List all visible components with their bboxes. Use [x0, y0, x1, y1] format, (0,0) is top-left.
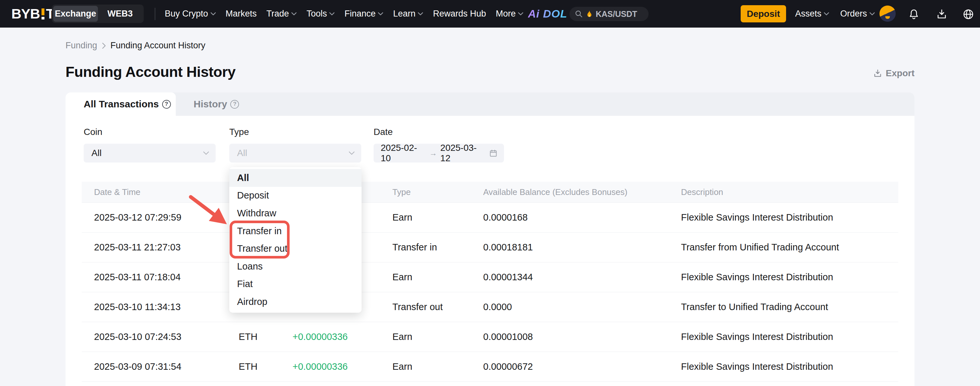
- date-start: 2025-02-10: [381, 143, 426, 163]
- type-dropdown-option[interactable]: Loans: [229, 258, 361, 275]
- nav-menu-item[interactable]: Finance: [344, 9, 383, 19]
- top-navigation-bar: BYB T Exchange WEB3 Buy Crypto Markets: [0, 0, 980, 27]
- table-header-cell: Available Balance (Excludes Bonuses): [483, 187, 681, 197]
- chevron-down-icon: [203, 151, 209, 155]
- info-icon[interactable]: [162, 100, 171, 108]
- cell-amount: +0.00000336: [293, 361, 392, 372]
- search-trading-pair: KAS/USDT: [596, 10, 637, 19]
- nav-menu-item[interactable]: Markets: [226, 9, 257, 19]
- nav-menu-item[interactable]: Trade: [267, 9, 297, 19]
- table-row: 2025-03-11 21:27:03 Transfer in 0.000181…: [82, 233, 898, 262]
- calendar-icon: [489, 149, 498, 158]
- chevron-down-icon: [824, 12, 829, 16]
- nav-menu-item[interactable]: Buy Crypto: [165, 9, 216, 19]
- account-nav-item[interactable]: Orders: [840, 9, 875, 19]
- bybit-logo[interactable]: BYB T: [11, 0, 54, 27]
- nav-menu-item-label: Rewards Hub: [433, 9, 486, 19]
- notifications-bell-icon[interactable]: [908, 8, 920, 20]
- annotation-highlight-box: [230, 220, 290, 258]
- deposit-button[interactable]: Deposit: [741, 5, 786, 22]
- user-avatar[interactable]: [880, 5, 896, 22]
- date-range-picker[interactable]: 2025-02-10 → 2025-03-12: [374, 144, 504, 163]
- cell-description: Transfer from Unified Trading Account: [681, 242, 898, 253]
- nav-divider: [155, 8, 155, 20]
- tab-all-transactions[interactable]: All Transactions: [65, 93, 176, 116]
- cell-coin: ETH: [239, 361, 293, 372]
- bybit-logo-text-prefix: BYB: [11, 6, 40, 22]
- flame-icon: [586, 10, 593, 18]
- type-dropdown-option[interactable]: Airdrop: [229, 293, 361, 311]
- breadcrumb-parent-link[interactable]: Funding: [65, 41, 97, 51]
- type-dropdown-option-label: Deposit: [237, 190, 269, 201]
- cell-type: Earn: [392, 332, 483, 342]
- tab-history[interactable]: History: [194, 93, 239, 116]
- page-title: Funding Account History: [65, 64, 235, 80]
- type-dropdown-option[interactable]: Withdraw: [229, 204, 361, 222]
- chevron-down-icon: [329, 12, 335, 16]
- table-row: 2025-03-11 07:18:04 Earn 0.00001344 Flex…: [82, 262, 898, 292]
- cell-description: Flexible Savings Interest Distribution: [681, 212, 898, 223]
- type-dropdown-option-label: Airdrop: [237, 297, 267, 307]
- toggle-exchange[interactable]: Exchange: [53, 6, 98, 22]
- account-nav-menu: Assets Orders: [795, 0, 875, 27]
- nav-menu-item[interactable]: Tools: [307, 9, 335, 19]
- nav-menu-item-label: Tools: [307, 9, 327, 19]
- search-pill[interactable]: KAS/USDT: [570, 7, 649, 21]
- main-nav-menu: Buy Crypto Markets Trade Tools: [165, 0, 523, 27]
- cell-balance: 0.0000168: [483, 212, 681, 223]
- type-dropdown-option[interactable]: Fiat: [229, 275, 361, 293]
- type-dropdown-option[interactable]: All: [229, 169, 361, 187]
- cell-balance: 0.00018181: [483, 242, 681, 253]
- chevron-down-icon: [210, 12, 216, 16]
- export-button[interactable]: Export: [873, 68, 915, 78]
- cell-datetime: 2025-03-10 07:24:53: [82, 332, 239, 342]
- cell-balance: 0.00001344: [483, 272, 681, 282]
- download-icon[interactable]: [936, 8, 948, 20]
- account-nav-item[interactable]: Assets: [795, 9, 829, 19]
- nav-menu-item[interactable]: More: [496, 9, 524, 19]
- account-nav-item-label: Orders: [840, 9, 867, 19]
- exchange-web3-toggle: Exchange WEB3: [52, 5, 144, 23]
- nav-menu-item-label: Learn: [393, 9, 415, 19]
- chevron-down-icon: [418, 12, 423, 16]
- coin-select[interactable]: All: [84, 144, 216, 163]
- type-dropdown-option[interactable]: Deposit: [229, 187, 361, 205]
- chevron-down-icon: [291, 12, 297, 16]
- cell-datetime: 2025-03-10 11:34:13: [82, 301, 239, 313]
- bybit-logo-i-icon: [41, 8, 45, 19]
- toggle-web3[interactable]: WEB3: [98, 6, 143, 22]
- date-end: 2025-03-12: [441, 143, 486, 163]
- export-label: Export: [886, 68, 915, 78]
- nav-menu-item[interactable]: Rewards Hub: [433, 9, 486, 19]
- coin-filter-label: Coin: [84, 127, 102, 137]
- language-globe-icon[interactable]: [963, 8, 974, 20]
- nav-menu-item-label: Markets: [226, 9, 257, 19]
- info-icon[interactable]: [230, 100, 239, 108]
- type-dropdown-option-label: Loans: [237, 261, 262, 272]
- type-dropdown-option-label: All: [237, 172, 249, 183]
- table-header-cell: Type: [392, 187, 483, 197]
- aidol-logo[interactable]: Ai DOL: [528, 8, 567, 20]
- export-icon: [873, 69, 882, 78]
- cell-description: Transfer to Unified Trading Account: [681, 301, 898, 313]
- cell-datetime: 2025-03-11 07:18:04: [82, 272, 239, 282]
- type-select[interactable]: All: [229, 144, 361, 163]
- cell-description: Flexible Savings Interest Distribution: [681, 332, 898, 342]
- cell-type: Earn: [392, 212, 483, 223]
- search-icon: [574, 10, 583, 18]
- type-dropdown-option-label: Withdraw: [237, 208, 276, 219]
- nav-menu-item-label: Trade: [267, 9, 289, 19]
- chevron-down-icon: [518, 12, 523, 16]
- cell-type: Transfer in: [392, 242, 483, 253]
- cell-description: Flexible Savings Interest Distribution: [681, 361, 898, 372]
- breadcrumb-current: Funding Account History: [111, 41, 205, 51]
- cell-balance: 0.00000672: [483, 361, 681, 372]
- cell-datetime: 2025-03-09 07:31:54: [82, 361, 239, 372]
- funding-account-history-page: BYB T Exchange WEB3 Buy Crypto Markets: [0, 0, 980, 386]
- cell-type: Transfer out: [392, 301, 483, 313]
- date-range-arrow: →: [430, 148, 437, 158]
- breadcrumb: Funding Funding Account History: [65, 41, 205, 51]
- cell-amount: +0.00000336: [293, 332, 392, 342]
- chevron-down-icon: [348, 151, 355, 155]
- nav-menu-item[interactable]: Learn: [393, 9, 423, 19]
